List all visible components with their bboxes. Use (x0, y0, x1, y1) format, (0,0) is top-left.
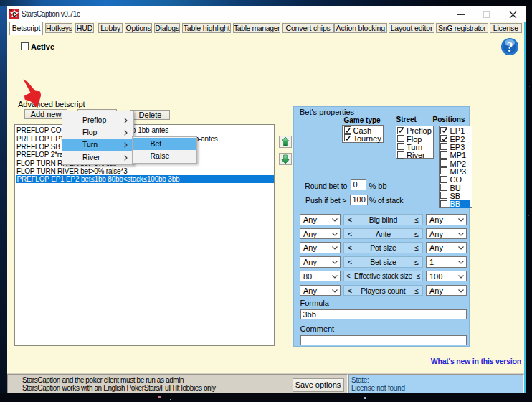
svg-text:c: c (12, 10, 16, 18)
svg-text:?: ? (507, 40, 513, 55)
